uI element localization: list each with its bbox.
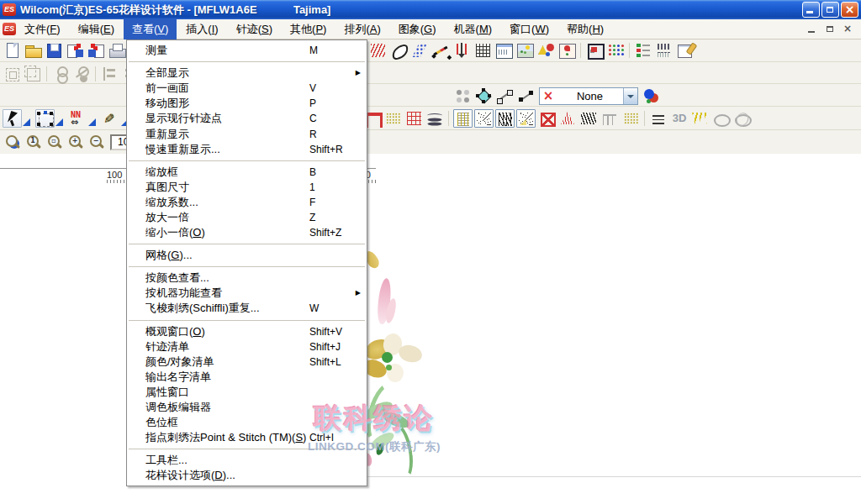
zoom-1to1-icon[interactable] — [24, 133, 43, 151]
oval-gray-2-icon[interactable] — [732, 109, 752, 128]
menu-item[interactable]: 缩放框B — [127, 165, 367, 180]
oval-gray-1-icon[interactable] — [711, 109, 731, 128]
color-list-icon[interactable] — [634, 41, 653, 60]
new-document-icon[interactable] — [3, 41, 22, 60]
menu-item[interactable]: 测量M — [127, 43, 367, 58]
menu-item[interactable]: 花样设计选项(D)... — [127, 468, 367, 483]
zoom-box-icon[interactable] — [45, 133, 64, 151]
menubar-item-2[interactable]: 编辑(E) — [70, 19, 123, 39]
color-overlap-icon[interactable] — [642, 87, 661, 105]
stitch-angle-icon[interactable] — [368, 41, 388, 60]
menu-item[interactable]: 针迹清单Shift+J — [127, 339, 367, 354]
menu-item[interactable]: 缩放系数...F — [127, 195, 367, 210]
menu-item[interactable]: 重新显示R — [127, 126, 367, 141]
waves-icon[interactable] — [425, 109, 445, 128]
open-folder-icon[interactable] — [24, 41, 43, 60]
zoom-out-icon[interactable] — [87, 133, 106, 151]
menu-item[interactable]: 指点刺绣法Point & Stitch (TM)(S)Ctrl+I — [127, 430, 367, 445]
grid-black-icon[interactable] — [473, 41, 493, 60]
hoop-marks-icon[interactable] — [655, 41, 674, 60]
crop-a-icon[interactable] — [3, 65, 22, 83]
menubar-item-11[interactable]: 帮助(H) — [558, 19, 612, 39]
menu-item[interactable]: 全部显示▶ — [127, 66, 367, 81]
stitch-fan2-icon[interactable] — [516, 109, 536, 128]
menu-item[interactable]: 输出名字清单 — [127, 370, 367, 385]
mdi-restore-button[interactable] — [823, 24, 837, 35]
select-tool-dropdown-icon[interactable] — [23, 118, 30, 126]
w-hatch-icon[interactable] — [690, 109, 710, 128]
select-tool-button[interactable] — [3, 109, 22, 128]
link-8-broken-icon[interactable] — [72, 65, 92, 83]
stitch-zigcols-icon[interactable] — [495, 109, 515, 128]
nodes-pair-icon[interactable] — [453, 87, 473, 105]
menu-item[interactable]: 调色板编辑器 — [127, 400, 367, 415]
menubar-item-8[interactable]: 图象(G) — [390, 19, 445, 39]
menubar-item-3[interactable]: 查看(V) — [124, 19, 177, 39]
hlines-icon[interactable] — [649, 109, 668, 128]
menu-item[interactable]: 颜色/对象清单Shift+L — [127, 354, 367, 370]
zoom-window-icon[interactable] — [3, 133, 22, 151]
menubar-item-6[interactable]: 其他(P) — [282, 19, 335, 39]
measure-icon[interactable] — [431, 41, 451, 60]
stitch-nn-dropdown-icon[interactable] — [88, 118, 96, 126]
mdi-minimize-button[interactable] — [806, 24, 819, 35]
cross-box-red-icon[interactable] — [537, 109, 557, 128]
dots-curve-icon[interactable] — [410, 41, 430, 60]
print-icon[interactable] — [108, 41, 127, 60]
3d-effect-icon[interactable]: 3D — [670, 109, 689, 128]
bracket-gray-icon[interactable] — [600, 109, 620, 128]
combobox-dropdown-button[interactable] — [623, 88, 637, 104]
edit-object-icon[interactable] — [676, 41, 695, 60]
minimize-button[interactable] — [802, 2, 820, 18]
polygon-select-dropdown-icon[interactable] — [55, 118, 63, 126]
mdi-close-button[interactable]: × — [841, 24, 854, 35]
menubar-item-10[interactable]: 窗口(W) — [501, 19, 557, 39]
reshape-diamond-icon[interactable] — [474, 87, 494, 105]
flower-picture-icon[interactable] — [557, 41, 577, 60]
grid-red-icon[interactable] — [404, 109, 424, 128]
menu-item[interactable]: 显示现行针迹点C — [127, 111, 367, 126]
menubar-item-5[interactable]: 针迹(S) — [228, 19, 281, 39]
align-left-gray-icon[interactable] — [100, 65, 119, 83]
stitch-dotcols-icon[interactable] — [453, 109, 473, 128]
zigzag-black-icon[interactable] — [579, 109, 599, 128]
menu-item[interactable]: 色位框 — [127, 415, 367, 430]
menu-item[interactable]: 前一画面V — [127, 81, 367, 96]
needle-point-icon[interactable] — [452, 41, 472, 60]
shape-outline-icon[interactable] — [389, 41, 409, 60]
menu-item[interactable]: 按机器功能查看▶ — [127, 286, 367, 301]
digitize-pen-tool-button[interactable] — [101, 109, 120, 128]
machine-function-combobox[interactable]: × None — [539, 87, 638, 105]
dots-fill-2-icon[interactable] — [621, 109, 641, 128]
node-seg-a-icon[interactable] — [495, 87, 515, 105]
menubar-item-9[interactable]: 机器(M) — [446, 19, 501, 39]
save-icon[interactable] — [45, 41, 64, 60]
menubar-item-7[interactable]: 排列(A) — [335, 19, 388, 39]
ruler-panel-icon[interactable] — [494, 41, 514, 60]
menu-item[interactable]: 按颜色查看... — [127, 270, 367, 286]
menu-item[interactable]: 概观窗口(O)Shift+V — [127, 324, 367, 339]
picture-landscape-icon[interactable] — [515, 41, 535, 60]
framed-picture-icon[interactable] — [585, 41, 605, 60]
zoom-in-icon[interactable] — [66, 133, 85, 151]
save-import-icon[interactable] — [66, 41, 85, 60]
menu-item[interactable]: 真图尺寸1 — [127, 180, 367, 195]
triangle-stitch-icon[interactable] — [558, 109, 578, 128]
color-matrix-icon[interactable] — [606, 41, 626, 60]
menubar-item-1[interactable]: 文件(F) — [16, 19, 69, 39]
polygon-select-tool-button[interactable] — [35, 109, 55, 128]
save-export-icon[interactable] — [87, 41, 106, 60]
menu-item[interactable]: 慢速重新显示...Shift+R — [127, 142, 367, 157]
menu-item[interactable]: 移动图形P — [127, 96, 367, 111]
menu-item[interactable]: 网格(G)... — [127, 248, 367, 263]
menu-item[interactable]: 工具栏... — [127, 453, 367, 468]
restore-button[interactable] — [821, 2, 839, 18]
stitch-nn-tool-button[interactable] — [68, 109, 87, 128]
objects-shapes-icon[interactable] — [536, 41, 556, 60]
menu-item[interactable]: 放大一倍Z — [127, 210, 367, 225]
menu-item[interactable]: 飞梭刺绣(Schiffli)重复...W — [127, 301, 367, 316]
dots-fill-icon[interactable] — [383, 109, 403, 128]
menu-item[interactable]: 属性窗口 — [127, 385, 367, 400]
menubar-item-4[interactable]: 插入(I) — [177, 19, 226, 39]
crop-b-icon[interactable] — [24, 65, 43, 83]
